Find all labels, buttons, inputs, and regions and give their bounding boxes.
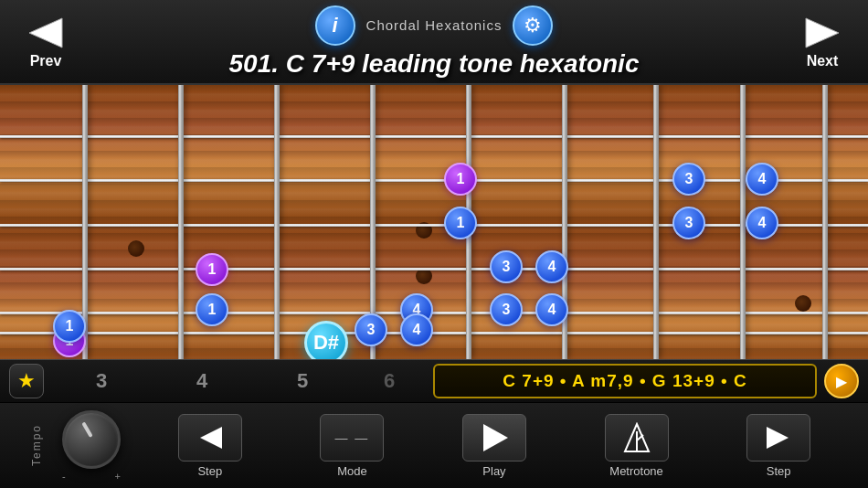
chord-text: C 7+9 • A m7,9 • G 13+9 • C (503, 371, 746, 391)
fret-num-4: 4 (152, 369, 252, 393)
info-button[interactable]: i (315, 5, 355, 46)
fret-line (822, 85, 828, 359)
metrotone-label: Metrotone (609, 464, 663, 478)
next-arrow-icon (799, 15, 845, 51)
chord-display: C 7+9 • A m7,9 • G 13+9 • C (433, 364, 817, 398)
note-1-blue-3[interactable]: 1 (444, 207, 477, 239)
bottom-bar: ★ 3 4 5 6 C 7+9 • A m7,9 • G 13+9 • C ▶ (0, 359, 868, 403)
step-fwd-button[interactable]: Step (707, 414, 850, 478)
note-4-blue-2[interactable]: 4 (400, 313, 433, 346)
knob-section: - + (62, 410, 121, 482)
metrotone-button[interactable]: Metrotone (566, 414, 708, 478)
note-3-blue-5[interactable]: 3 (672, 207, 705, 239)
string-5 (0, 312, 868, 314)
play-chord-button[interactable]: ▶ (824, 364, 859, 398)
step-fwd-label: Step (767, 464, 791, 478)
play-label: Play (482, 464, 505, 478)
controls-bar: Tempo - + Step — — Mode Play (0, 403, 868, 488)
favorites-button[interactable]: ★ (9, 364, 44, 398)
fret-num-6: 6 (353, 369, 426, 393)
knob-labels: - + (62, 471, 121, 482)
knob-minus-label: - (62, 471, 66, 482)
step-back-label: Step (197, 464, 222, 478)
step-back-icon (178, 414, 242, 461)
note-1-purple-3[interactable]: 1 (444, 163, 477, 196)
string-4 (0, 268, 868, 271)
header-center: i Chordal Hexatonics ⚙ 501. C 7+9 leadin… (82, 5, 786, 79)
mode-label: Mode (337, 464, 367, 478)
string-2 (0, 179, 868, 182)
note-dsharp-cyan[interactable]: D# (304, 321, 348, 359)
svg-marker-0 (29, 18, 62, 48)
note-3-blue-4[interactable]: 3 (672, 163, 705, 196)
note-1-purple-2[interactable]: 1 (196, 253, 228, 286)
string-3 (0, 224, 868, 227)
note-3-blue-2[interactable]: 3 (490, 250, 523, 283)
note-4-blue-6[interactable]: 4 (746, 207, 778, 239)
note-4-blue-3[interactable]: 4 (535, 250, 568, 283)
prev-label: Prev (30, 53, 62, 69)
fret-numbers: 3 4 5 6 (51, 369, 426, 393)
prev-button[interactable]: Prev (9, 15, 82, 69)
settings-button[interactable]: ⚙ (513, 5, 553, 46)
tempo-section: Tempo (18, 424, 55, 466)
next-label: Next (807, 53, 839, 69)
svg-marker-2 (200, 427, 222, 449)
step-back-button[interactable]: Step (139, 414, 281, 478)
lesson-title: 501. C 7+9 leading tone hexatonic (229, 49, 640, 79)
prev-arrow-icon (23, 15, 69, 51)
svg-marker-7 (767, 427, 789, 449)
string-6 (0, 332, 868, 334)
note-3-blue-1[interactable]: 3 (355, 313, 387, 346)
note-1-blue-low[interactable]: 1 (53, 310, 86, 343)
svg-marker-1 (806, 18, 839, 48)
fret-dot (795, 295, 811, 312)
fret-dot (128, 240, 144, 257)
fret-num-3: 3 (51, 369, 152, 393)
note-4-blue-5[interactable]: 4 (746, 163, 778, 196)
fret-line (274, 85, 280, 359)
metrotone-icon (605, 414, 669, 461)
fret-num-5: 5 (252, 369, 353, 393)
fretboard: 1 1 1 1 D# 3 4 4 1 1 3 3 4 4 3 3 4 4 (0, 85, 868, 359)
note-4-blue-4[interactable]: 4 (535, 293, 568, 326)
header-top-row: i Chordal Hexatonics ⚙ (315, 5, 554, 46)
app-title: Chordal Hexatonics (366, 17, 503, 33)
knob-plus-label: + (115, 471, 121, 482)
header: Prev i Chordal Hexatonics ⚙ 501. C 7+9 l… (0, 0, 868, 85)
tempo-knob[interactable] (62, 410, 121, 469)
fret-line (653, 85, 659, 359)
tempo-label: Tempo (30, 424, 43, 466)
play-button[interactable]: Play (423, 414, 566, 478)
next-button[interactable]: Next (786, 15, 859, 69)
mode-icon: — — (320, 414, 384, 461)
svg-marker-3 (483, 424, 508, 451)
play-icon (462, 414, 526, 461)
mode-button[interactable]: — — Mode (281, 414, 424, 478)
fret-line (178, 85, 184, 359)
note-3-blue-3[interactable]: 3 (490, 293, 523, 326)
string-1 (0, 135, 868, 138)
step-fwd-icon (746, 414, 810, 461)
note-1-blue-2[interactable]: 1 (196, 293, 228, 326)
